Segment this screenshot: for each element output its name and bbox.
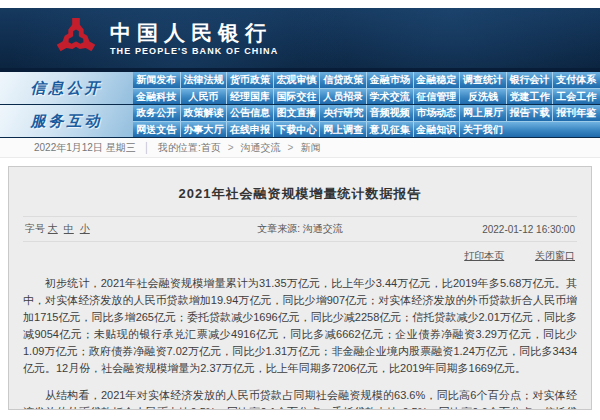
font-size-option[interactable]: 大: [48, 223, 58, 234]
nav-item[interactable]: 调查统计: [459, 72, 506, 88]
source-value: 沟通交流: [303, 223, 343, 234]
nav-item[interactable]: 报刊年鉴: [552, 105, 599, 121]
nav-item[interactable]: 办事大厅: [180, 122, 227, 137]
nav-item[interactable]: 下载中心: [273, 122, 320, 137]
source-label: 文章来源:: [257, 223, 300, 234]
main-navigation: 信息公开新闻发布法律法规货币政策宏观审慎信贷政策金融市场金融稳定调查统计银行会计…: [0, 72, 600, 138]
nav-item[interactable]: 意见征集: [366, 122, 413, 137]
article-datetime: 2022-01-12 16:30:00: [405, 224, 575, 235]
print-page-link[interactable]: 打印本页: [464, 250, 504, 261]
article-source: 文章来源: 沟通交流: [195, 222, 405, 236]
breadcrumb-divider: │: [144, 142, 150, 153]
nav-item[interactable]: 学术交流: [366, 89, 413, 104]
nav-item[interactable]: 在线申报: [226, 122, 273, 137]
top-strip: [0, 0, 600, 8]
font-size-option[interactable]: 小: [80, 223, 90, 234]
font-size-label: 字号: [25, 223, 45, 234]
nav-item[interactable]: 网上展厅: [459, 105, 506, 121]
nav-item[interactable]: 报告下载: [506, 105, 553, 121]
close-window-link[interactable]: 关闭窗口: [535, 250, 575, 261]
article-container: 2021年社会融资规模增量统计数据报告 字号 大中小 文章来源: 沟通交流 20…: [8, 166, 592, 410]
nav-item[interactable]: 金融市场: [366, 72, 413, 88]
bank-name-en: THE PEOPLE'S BANK OF CHINA: [110, 46, 278, 56]
breadcrumb-path: >沟通交流>新闻: [221, 141, 321, 155]
breadcrumb-date: 2022年1月12日 星期三: [34, 141, 136, 155]
nav-item[interactable]: 银行会计: [506, 72, 553, 88]
nav-item[interactable]: 网送文告: [133, 122, 180, 137]
nav-item[interactable]: 图文直播: [273, 105, 320, 121]
nav-section-1: 信息公开新闻发布法律法规货币政策宏观审慎信贷政策金融市场金融稳定调查统计银行会计…: [0, 72, 600, 105]
nav-item[interactable]: 网上调查: [319, 122, 366, 137]
breadcrumb-home-link[interactable]: 我的位置:首页: [158, 141, 221, 155]
nav-item[interactable]: 党建工作: [506, 89, 553, 104]
nav-item[interactable]: 经理国库: [226, 89, 273, 104]
nav-item[interactable]: 金融稳定: [413, 72, 460, 88]
article-paragraph-2: 从结构看，2021年对实体经济发放的人民币贷款占同期社会融资规模的63.6%，同…: [23, 387, 577, 410]
nav-item[interactable]: 支付体系: [552, 72, 599, 88]
nav-section-label[interactable]: 服务互动: [0, 105, 133, 137]
nav-item[interactable]: 国际交往: [273, 89, 320, 104]
nav-item[interactable]: 央行研究: [319, 105, 366, 121]
nav-item[interactable]: 政务公开: [133, 105, 180, 121]
nav-item[interactable]: 关于我们: [459, 122, 506, 137]
bank-name-cn: 中国人民银行: [110, 21, 278, 44]
article-actions: 打印本页 关闭窗口: [23, 242, 577, 265]
breadcrumb-arrow: >: [288, 142, 294, 153]
article-paragraph-1: 初步统计，2021年社会融资规模增量累计为31.35万亿元，比上年少3.44万亿…: [23, 275, 577, 377]
nav-item[interactable]: 市场动态: [413, 105, 460, 121]
font-size-option[interactable]: 中: [64, 223, 74, 234]
nav-item[interactable]: 金融知识: [413, 122, 460, 137]
breadcrumb-link[interactable]: 新闻: [300, 142, 320, 153]
nav-item[interactable]: 公告信息: [226, 105, 273, 121]
nav-item[interactable]: 人员招录: [319, 89, 366, 104]
nav-section-2: 服务互动政务公开政策解读公告信息图文直播央行研究音频视频市场动态网上展厅报告下载…: [0, 105, 600, 138]
breadcrumb-link[interactable]: 沟通交流: [241, 142, 281, 153]
nav-item[interactable]: 音频视频: [366, 105, 413, 121]
article-meta-bar: 字号 大中小 文章来源: 沟通交流 2022-01-12 16:30:00: [23, 216, 577, 242]
nav-item[interactable]: 征信管理: [413, 89, 460, 104]
nav-item[interactable]: 法律法规: [180, 72, 227, 88]
site-header: 中国人民银行 THE PEOPLE'S BANK OF CHINA: [0, 8, 600, 68]
nav-item[interactable]: 金融科技: [133, 89, 180, 104]
nav-item[interactable]: 宏观审慎: [273, 72, 320, 88]
nav-section-label[interactable]: 信息公开: [0, 72, 133, 104]
font-size-control: 字号 大中小: [25, 222, 195, 236]
nav-item[interactable]: 人民币: [180, 89, 227, 104]
nav-item[interactable]: 信贷政策: [319, 72, 366, 88]
nav-item[interactable]: 政策解读: [180, 105, 227, 121]
article-title: 2021年社会融资规模增量统计数据报告: [23, 167, 577, 216]
nav-item[interactable]: 新闻发布: [133, 72, 180, 88]
breadcrumb: 2022年1月12日 星期三 │ 我的位置:首页 >沟通交流>新闻: [0, 138, 600, 158]
bank-names: 中国人民银行 THE PEOPLE'S BANK OF CHINA: [110, 21, 278, 56]
nav-item[interactable]: 反洗钱: [459, 89, 506, 104]
pboc-emblem-icon: [55, 16, 97, 60]
nav-item[interactable]: 货币政策: [226, 72, 273, 88]
breadcrumb-arrow: >: [228, 142, 234, 153]
nav-item[interactable]: 工会工作: [552, 89, 599, 104]
